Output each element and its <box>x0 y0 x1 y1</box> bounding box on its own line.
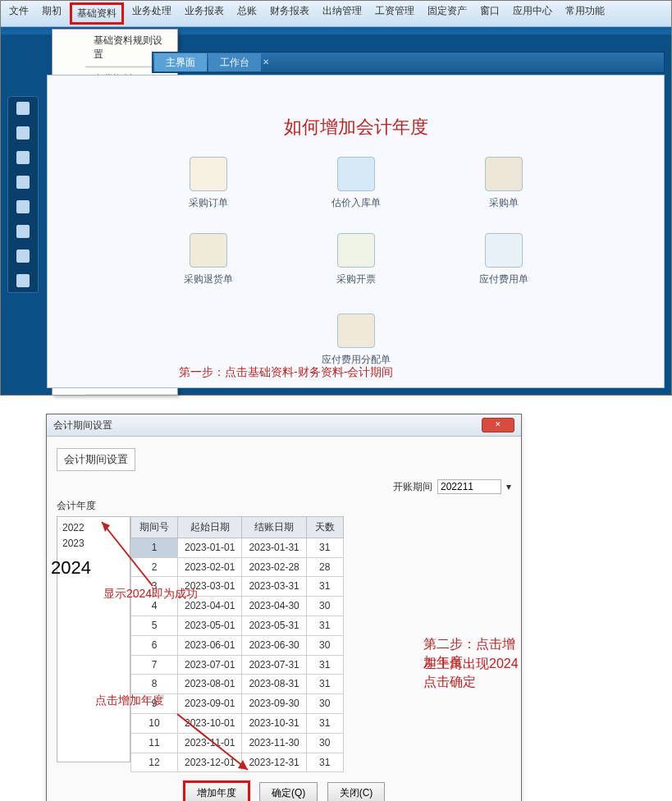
table-cell: 2023-12-01 <box>178 753 242 772</box>
table-cell: 2023-10-01 <box>178 713 242 733</box>
sidebar-icon[interactable] <box>16 102 30 115</box>
icon-label: 估价入库单 <box>331 197 381 208</box>
icon-label: 采购单 <box>489 197 519 208</box>
table-cell: 2023-06-01 <box>178 635 242 655</box>
table-row[interactable]: 72023-07-012023-07-3131 <box>131 655 344 675</box>
annotation-step1: 第一步：点击基础资料-财务资料-会计期间 <box>179 364 393 381</box>
menu-gl[interactable]: 总账 <box>232 2 262 25</box>
table-cell: 28 <box>306 557 343 577</box>
table-cell: 6 <box>131 635 178 655</box>
table-cell: 2023-01-01 <box>178 538 242 557</box>
menu-cash[interactable]: 出纳管理 <box>318 2 367 25</box>
table-cell: 31 <box>306 616 343 635</box>
table-cell: 2023-02-28 <box>242 557 306 577</box>
sidebar-icon[interactable] <box>16 176 30 189</box>
sidebar-icon[interactable] <box>16 274 30 287</box>
icon-alloc[interactable]: 应付费用分配单 <box>322 314 391 367</box>
menu-appcenter[interactable]: 应用中心 <box>508 2 557 25</box>
close-button[interactable]: 关闭(C) <box>327 782 386 801</box>
table-cell: 31 <box>306 538 343 557</box>
sidebar <box>7 96 39 293</box>
table-cell: 1 <box>131 538 178 557</box>
menu-finrep[interactable]: 财务报表 <box>265 2 314 25</box>
table-cell: 2023-07-01 <box>178 655 242 675</box>
icon-return[interactable]: 采购退货单 <box>184 233 233 286</box>
table-row[interactable]: 82023-08-012023-08-3131 <box>131 675 344 694</box>
table-cell: 2023-11-01 <box>178 733 242 753</box>
tab-main[interactable]: 主界面 <box>154 53 207 72</box>
table-header: 期间号 起始日期 结账日期 天数 <box>131 516 344 538</box>
workspace: 如何增加会计年度 采购订单 估价入库单 采购单 采购退货单 采购开票 应付费用单… <box>47 75 665 388</box>
table-row[interactable]: 12023-01-012023-01-3131 <box>131 538 344 557</box>
icon-label: 应付费用单 <box>479 273 528 285</box>
icon-pay[interactable]: 应付费用单 <box>479 233 528 286</box>
sidebar-icon[interactable] <box>16 249 30 263</box>
table-cell: 2023-04-30 <box>242 597 306 616</box>
menu-biz[interactable]: 业务处理 <box>127 2 176 25</box>
menu-bizrep[interactable]: 业务报表 <box>180 2 229 25</box>
dropdown-icon[interactable]: ▾ <box>506 480 511 494</box>
annotation-click: 点击增加年度 <box>95 693 164 709</box>
table-cell: 2023-10-31 <box>242 713 306 733</box>
table-cell: 31 <box>306 713 343 733</box>
icon-invoice[interactable]: 采购开票 <box>331 233 381 286</box>
icon-label: 应付费用分配单 <box>322 354 391 365</box>
ok-button[interactable]: 确定(Q) <box>259 782 318 801</box>
year-2024[interactable]: 2024 <box>51 555 125 582</box>
icon-price[interactable]: 估价入库单 <box>331 157 381 210</box>
table-cell: 31 <box>306 675 343 694</box>
table-row[interactable]: 122023-12-012023-12-3131 <box>131 753 344 772</box>
page-title: 如何增加会计年度 <box>48 115 664 140</box>
table-row[interactable]: 22023-02-012023-02-2828 <box>131 557 344 577</box>
table-row[interactable]: 62023-06-012023-06-3030 <box>131 635 344 655</box>
table-cell: 2023-08-31 <box>242 675 306 694</box>
table-cell: 31 <box>306 577 343 597</box>
menu-salary[interactable]: 工资管理 <box>370 2 419 25</box>
table-cell: 8 <box>131 675 178 694</box>
table-cell: 7 <box>131 655 178 675</box>
year-list[interactable]: 2022 2023 2024 <box>57 516 130 762</box>
add-year-button[interactable]: 增加年度 <box>183 780 250 801</box>
year-label: 会计年度 <box>57 499 511 513</box>
dialog-title: 会计期间设置 <box>53 419 112 433</box>
sidebar-icon[interactable] <box>16 126 30 140</box>
table-row[interactable]: 112023-11-012023-11-3030 <box>131 733 344 753</box>
dialog-period: 会计期间设置 ✕ 会计期间设置 开账期间 ▾ 会计年度 2022 2023 20… <box>46 414 522 801</box>
year-item[interactable]: 2022 <box>62 520 125 536</box>
table-cell: 2023-06-30 <box>242 635 306 655</box>
open-period-input[interactable] <box>437 479 501 494</box>
th-period: 期间号 <box>131 516 178 538</box>
year-item[interactable]: 2023 <box>62 536 125 552</box>
table-cell: 30 <box>306 635 343 655</box>
table-cell: 2023-12-31 <box>242 753 306 772</box>
table-cell: 2023-09-01 <box>178 694 242 714</box>
tab-work[interactable]: 工作台 <box>208 53 261 72</box>
table-row[interactable]: 52023-05-012023-05-3131 <box>131 616 344 635</box>
table-cell: 2023-09-30 <box>242 694 306 714</box>
menu-basedata[interactable]: 基础资料 <box>70 2 124 25</box>
table-cell: 2023-02-01 <box>178 557 242 577</box>
menu-window[interactable]: 窗口 <box>475 2 505 25</box>
table-row[interactable]: 102023-10-012023-10-3131 <box>131 713 344 733</box>
icon-buy[interactable]: 采购单 <box>479 157 528 210</box>
table-cell: 31 <box>306 655 343 675</box>
period-table: 期间号 起始日期 结账日期 天数 12023-01-012023-01-3131… <box>130 516 344 772</box>
table-cell: 11 <box>131 733 178 753</box>
tabbar: 主界面 工作台 ✕ <box>152 52 665 73</box>
menubar: 文件 期初 基础资料 业务处理 业务报表 总账 财务报表 出纳管理 工资管理 固… <box>1 1 671 27</box>
menu-asset[interactable]: 固定资产 <box>423 2 472 25</box>
sidebar-icon[interactable] <box>16 151 30 164</box>
close-icon[interactable]: ✕ <box>482 418 514 433</box>
icon-label: 采购退货单 <box>184 273 233 285</box>
menu-file[interactable]: 文件 <box>4 2 34 25</box>
table-cell: 31 <box>306 753 343 772</box>
table-cell: 30 <box>306 694 343 714</box>
menu-common[interactable]: 常用功能 <box>560 2 610 25</box>
sidebar-icon[interactable] <box>16 200 30 213</box>
menu-initial[interactable]: 期初 <box>37 2 66 25</box>
icon-label: 采购开票 <box>336 273 376 285</box>
sidebar-icon[interactable] <box>16 225 30 238</box>
icon-order[interactable]: 采购订单 <box>184 157 233 210</box>
table-cell: 2023-05-31 <box>242 616 306 635</box>
close-tab-icon[interactable]: ✕ <box>263 57 269 68</box>
